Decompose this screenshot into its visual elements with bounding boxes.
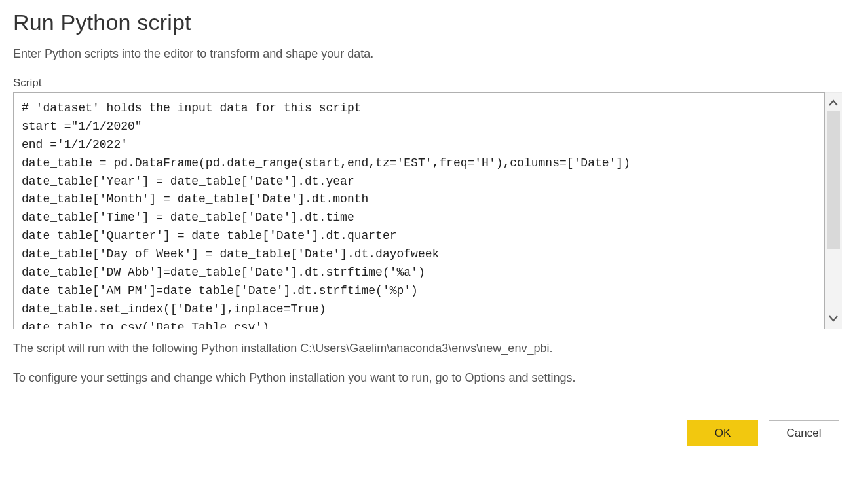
scrollbar-vertical[interactable]: [825, 92, 842, 329]
script-label: Script: [13, 77, 842, 90]
scroll-down-icon[interactable]: [827, 313, 839, 325]
configure-info: To configure your settings and change wh…: [13, 368, 842, 388]
dialog-subtitle: Enter Python scripts into the editor to …: [13, 47, 842, 61]
scroll-up-icon[interactable]: [827, 97, 839, 109]
script-editor-wrap: # 'dataset' holds the input data for thi…: [13, 92, 842, 329]
python-install-info: The script will run with the following P…: [13, 338, 842, 359]
dialog-title: Run Python script: [13, 10, 842, 35]
ok-button[interactable]: OK: [687, 420, 758, 446]
script-editor[interactable]: # 'dataset' holds the input data for thi…: [13, 92, 825, 329]
dialog-button-row: OK Cancel: [13, 420, 842, 446]
cancel-button[interactable]: Cancel: [769, 420, 839, 446]
run-python-script-dialog: Run Python script Enter Python scripts i…: [0, 0, 855, 459]
scroll-thumb[interactable]: [827, 111, 840, 249]
